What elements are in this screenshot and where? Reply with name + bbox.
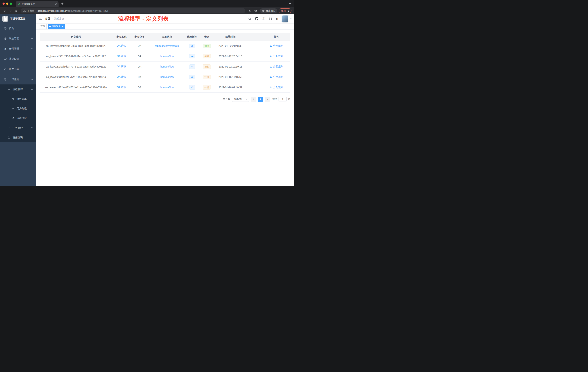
breadcrumb-home[interactable]: 首页 xyxy=(45,17,50,20)
browser-window: 芋道管理系统 不安全 dashboard.yudao.ioc xyxy=(0,0,294,186)
url-domain: dashboard.yudao.iocoder.cn xyxy=(37,10,67,12)
users-icon xyxy=(11,107,14,110)
avatar-caret-icon[interactable] xyxy=(290,18,292,20)
sidebar-item-home[interactable]: 首页 xyxy=(0,23,36,33)
chevron-up-icon xyxy=(31,88,33,90)
form-link[interactable]: /bpm/oa/flow xyxy=(160,65,174,68)
prev-page-button[interactable] xyxy=(251,97,256,102)
form-link[interactable]: /bpm/oa/flow xyxy=(160,76,174,78)
sidebar-item-label: 流程管理 xyxy=(12,88,23,91)
yen-icon: ¥ xyxy=(4,47,7,50)
window-close-button[interactable] xyxy=(2,2,5,5)
sidebar-item-process-management[interactable]: 流程管理 xyxy=(0,85,36,94)
version-badge: v5 xyxy=(189,44,195,48)
page-size-select[interactable]: 10条/页 xyxy=(232,97,249,102)
hamburger-icon[interactable] xyxy=(36,17,45,20)
next-page-button[interactable] xyxy=(265,97,270,102)
goto-label: 前往 xyxy=(272,98,277,101)
tab-title: 芋道管理系统 xyxy=(22,3,53,6)
flag-icon xyxy=(7,127,10,129)
avatar[interactable] xyxy=(282,15,289,22)
column-header: 操作 xyxy=(263,33,290,41)
search-icon[interactable] xyxy=(247,16,252,22)
tag-close-icon[interactable] xyxy=(62,25,63,27)
update-label: 更新 xyxy=(281,9,286,12)
cell-deploy-time: 2022-01-22 20:34:10 xyxy=(215,51,246,61)
definition-name-link[interactable]: OA 请假 xyxy=(117,86,126,89)
fullscreen-icon[interactable] xyxy=(268,16,273,22)
sidebar-item-leave-query[interactable]: 请假查询 xyxy=(0,133,36,142)
chevron-down-icon xyxy=(31,68,33,70)
lock-icon xyxy=(4,68,7,71)
sidebar-item-user-group[interactable]: 用户分组 xyxy=(0,104,36,113)
sidebar-item-payment[interactable]: ¥ 支付管理 xyxy=(0,44,36,54)
assign-rule-link[interactable]: 分配规则 xyxy=(270,75,283,79)
assign-rule-link[interactable]: 分配规则 xyxy=(270,65,283,68)
form-link[interactable]: /bpm/oa/flow xyxy=(160,86,174,89)
definition-name-link[interactable]: OA 请假 xyxy=(117,65,126,68)
sidebar-item-workflow[interactable]: 工作流程 xyxy=(0,74,36,85)
incognito-badge: 无痕模式 xyxy=(260,8,277,13)
github-icon[interactable] xyxy=(254,16,259,22)
cube-icon xyxy=(4,78,7,81)
window-zoom-button[interactable] xyxy=(10,2,12,5)
definition-name-link[interactable]: OA 请假 xyxy=(117,55,126,58)
password-key-icon[interactable] xyxy=(247,8,252,13)
assign-rule-link[interactable]: 分配规则 xyxy=(270,86,283,89)
sidebar-item-label: 首页 xyxy=(9,27,14,30)
incognito-label: 无痕模式 xyxy=(266,9,275,12)
cell-definition-id: oa_leave:2:3c1f0ef1-76b1-11ec-9c66-a2380… xyxy=(40,72,112,82)
tag-home[interactable]: 首页 xyxy=(39,24,47,29)
tab-favicon-icon xyxy=(17,3,20,6)
sidebar-item-process-model[interactable]: 流程模型 xyxy=(0,113,36,123)
bookmark-star-icon[interactable] xyxy=(253,8,258,13)
sidebar-logo[interactable]: 芋道管理系统 xyxy=(0,14,36,23)
goto-page-input[interactable] xyxy=(279,97,286,102)
version-badge: v1 xyxy=(189,85,195,89)
pagination-goto: 前往 页 xyxy=(272,97,290,102)
form-link[interactable]: /bpm/oa/flow xyxy=(160,55,174,58)
version-badge: v3 xyxy=(189,65,195,69)
sidebar-item-label: 流程表单 xyxy=(17,97,27,101)
tags-view: 首页 流程定义 xyxy=(36,23,294,30)
definition-name-link[interactable]: OA 请假 xyxy=(117,44,126,47)
cell-category: OA xyxy=(131,41,148,51)
sidebar-item-infrastructure[interactable]: 基础设施 xyxy=(0,54,36,64)
tag-process-definition[interactable]: 流程定义 xyxy=(48,24,65,29)
sidebar-item-system[interactable]: 系统管理 xyxy=(0,33,36,44)
document-icon xyxy=(11,98,14,100)
definition-name-link[interactable]: OA 请假 xyxy=(117,75,126,79)
new-tab-button[interactable] xyxy=(61,2,64,5)
forward-button[interactable] xyxy=(8,8,13,13)
assign-rule-link[interactable]: 分配规则 xyxy=(270,44,283,47)
sidebar-item-devtools[interactable]: 研发工具 xyxy=(0,64,36,74)
chevron-down-icon xyxy=(31,127,33,129)
browser-tab[interactable]: 芋道管理系统 xyxy=(16,1,59,7)
reload-button[interactable] xyxy=(13,8,19,13)
monitor-icon xyxy=(4,57,7,60)
sidebar-item-task-management[interactable]: 任务管理 xyxy=(0,123,36,133)
person-icon xyxy=(270,44,272,47)
breadcrumb-separator: / xyxy=(52,17,52,20)
sidebar-item-process-form[interactable]: 流程表单 xyxy=(0,94,36,104)
browser-menu-icon[interactable] xyxy=(287,10,290,12)
tab-close-icon[interactable] xyxy=(55,3,57,5)
page-number-button[interactable]: 1 xyxy=(258,97,263,102)
browser-tabstrip: 芋道管理系统 xyxy=(0,0,294,7)
logo-avatar xyxy=(2,16,8,22)
navbar-actions: ? tT xyxy=(247,15,294,22)
table-header-row: 定义编号 定义名称 定义分类 表单信息 流程版本 状态 部署时间 操作 xyxy=(40,33,290,41)
cell-definition-id: oa_leave:1:482ec033-762a-11ec-8477-a2380… xyxy=(40,82,112,92)
address-bar[interactable]: 不安全 dashboard.yudao.iocoder.cn/bpm/manag… xyxy=(21,8,245,13)
help-icon[interactable]: ? xyxy=(261,16,266,22)
assign-rule-link[interactable]: 分配规则 xyxy=(270,55,283,58)
tab-search-chevron-icon[interactable] xyxy=(289,2,291,5)
top-navbar: 首页 / 流程定义 流程模型 - 定义列表 ? tT xyxy=(36,14,294,23)
incognito-icon xyxy=(262,10,265,12)
update-button[interactable]: 更新 xyxy=(279,8,292,13)
column-header: 状态 xyxy=(199,33,215,41)
window-minimize-button[interactable] xyxy=(6,2,8,5)
form-link[interactable]: /bpm/oa/leave/create xyxy=(155,44,179,47)
back-button[interactable] xyxy=(2,8,7,13)
font-size-icon[interactable]: tT xyxy=(274,16,280,22)
